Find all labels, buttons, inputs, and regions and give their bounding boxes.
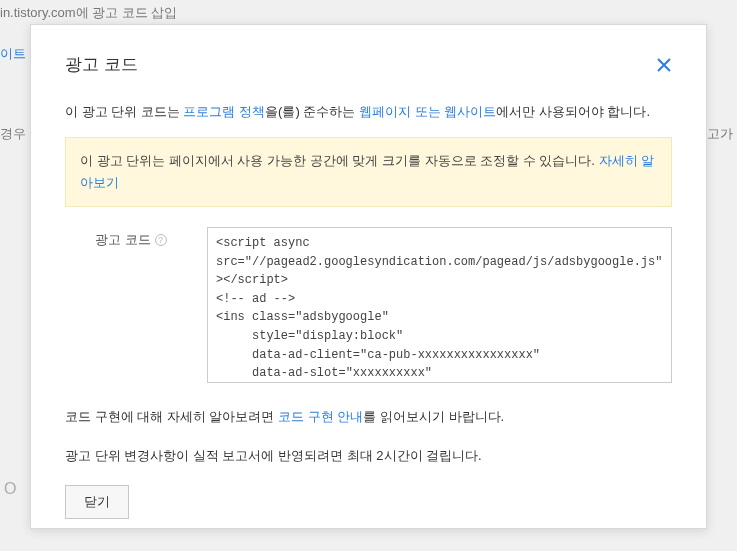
help-icon[interactable]: ?: [155, 234, 167, 246]
code-label-text: 광고 코드: [95, 231, 151, 249]
code-section: 광고 코드 ?: [65, 227, 672, 383]
delay-note: 광고 단위 변경사항이 실적 보고서에 반영되려면 최대 2시간이 걸립니다.: [65, 446, 672, 467]
policy-mid: 을(를) 준수하는: [265, 104, 359, 119]
background-text: 이트: [0, 45, 26, 63]
policy-statement: 이 광고 단위 코드는 프로그램 정책을(를) 준수하는 웹페이지 또는 웹사이…: [65, 102, 672, 123]
program-policy-link[interactable]: 프로그램 정책: [183, 104, 265, 119]
background-text: 경우: [0, 125, 26, 143]
notice-text: 이 광고 단위는 페이지에서 사용 가능한 공간에 맞게 크기를 자동으로 조정…: [80, 153, 599, 168]
code-label: 광고 코드 ?: [95, 227, 207, 249]
impl-prefix: 코드 구현에 대해 자세히 알아보려면: [65, 409, 278, 424]
modal-header: 광고 코드: [65, 53, 672, 76]
background-text: in.tistory.com에 광고 코드 삽입: [0, 4, 177, 22]
policy-suffix: 에서만 사용되어야 합니다.: [496, 104, 650, 119]
ad-code-modal: 광고 코드 이 광고 단위 코드는 프로그램 정책을(를) 준수하는 웹페이지 …: [30, 24, 707, 529]
policy-prefix: 이 광고 단위 코드는: [65, 104, 183, 119]
implementation-info: 코드 구현에 대해 자세히 알아보려면 코드 구현 안내를 읽어보시기 바랍니다…: [65, 407, 672, 428]
ad-code-textarea[interactable]: [207, 227, 672, 383]
background-text: 고가: [707, 125, 733, 143]
close-button[interactable]: 닫기: [65, 485, 129, 519]
webpage-link[interactable]: 웹페이지 또는 웹사이트: [359, 104, 496, 119]
notice-box: 이 광고 단위는 페이지에서 사용 가능한 공간에 맞게 크기를 자동으로 조정…: [65, 137, 672, 207]
close-icon[interactable]: [656, 57, 672, 73]
background-text: O: [4, 480, 16, 498]
modal-title: 광고 코드: [65, 53, 138, 76]
impl-suffix: 를 읽어보시기 바랍니다.: [363, 409, 504, 424]
implementation-guide-link[interactable]: 코드 구현 안내: [278, 409, 363, 424]
